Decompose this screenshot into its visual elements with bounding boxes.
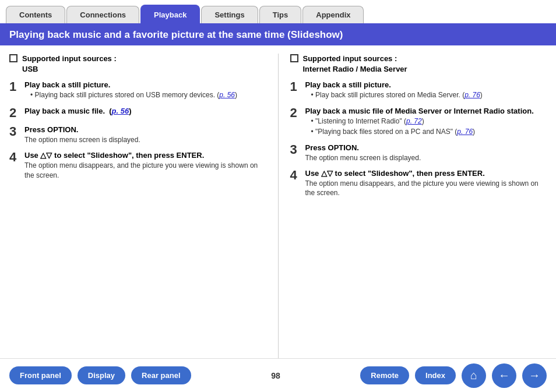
checkbox-icon-left: [9, 54, 17, 62]
right-step-4: 4 Use △▽ to select "Slideshow", then pre…: [290, 169, 547, 199]
left-step-4: 4 Use △▽ to select "Slideshow", then pre…: [9, 151, 266, 181]
right-step-3-number: 3: [290, 143, 301, 156]
left-step-2: 2 Play back a music file. (p. 56): [9, 107, 266, 119]
right-step-3-desc: The option menu screen is displayed.: [305, 153, 547, 163]
tab-appendix[interactable]: Appendix: [302, 6, 364, 23]
left-step-3-content: Press OPTION. The option menu screen is …: [24, 125, 266, 145]
right-step-1-content: Play back a still picture. Play back sti…: [305, 80, 547, 101]
left-step-1-title: Play back a still picture.: [24, 80, 266, 89]
left-step-4-title: Use △▽ to select "Slideshow", then press…: [24, 151, 266, 160]
footer-left: Front panel Display Rear panel: [9, 366, 191, 384]
front-panel-button[interactable]: Front panel: [9, 366, 72, 384]
tab-settings[interactable]: Settings: [201, 6, 258, 23]
right-step-3: 3 Press OPTION. The option menu screen i…: [290, 143, 547, 163]
footer: Front panel Display Rear panel 98 Remote…: [0, 358, 556, 392]
left-step-1: 1 Play back a still picture. Playing bac…: [9, 80, 266, 101]
remote-button[interactable]: Remote: [360, 366, 409, 384]
right-step-4-number: 4: [290, 169, 301, 182]
right-step-1: 1 Play back a still picture. Play back s…: [290, 80, 547, 101]
left-step-2-number: 2: [9, 107, 20, 119]
right-step-3-title: Press OPTION.: [305, 143, 547, 152]
footer-right: Remote Index ⌂ ← →: [360, 363, 547, 388]
right-step-2-content: Play back a music file of Media Server o…: [305, 107, 547, 137]
next-button[interactable]: →: [522, 363, 547, 388]
left-step-3-title: Press OPTION.: [24, 125, 266, 134]
page-title: Playing back music and a favorite pictur…: [0, 23, 556, 45]
left-section-heading: Supported input sources : USB: [9, 54, 266, 75]
right-heading-text: Supported input sources : Internet Radio…: [303, 54, 407, 75]
right-step-1-number: 1: [290, 80, 301, 93]
left-step-3: 3 Press OPTION. The option menu screen i…: [9, 125, 266, 145]
right-step-2: 2 Play back a music file of Media Server…: [290, 107, 547, 137]
back-icon: ←: [498, 369, 510, 382]
left-step-1-content: Play back a still picture. Playing back …: [24, 80, 266, 101]
left-step-3-desc: The option menu screen is displayed.: [24, 135, 266, 145]
left-heading-text: Supported input sources : USB: [22, 54, 117, 75]
left-step-4-desc: The option menu disappears, and the pict…: [24, 161, 266, 181]
checkbox-icon-right: [290, 54, 298, 62]
right-step-1-title: Play back a still picture.: [305, 80, 547, 89]
left-step-2-title: Play back a music file. (p. 56): [24, 107, 266, 115]
display-button[interactable]: Display: [78, 366, 125, 384]
left-step-1-number: 1: [9, 80, 20, 93]
left-step-4-number: 4: [9, 151, 20, 164]
list-item: "Playing back files stored on a PC and N…: [311, 127, 547, 137]
right-step-4-content: Use △▽ to select "Slideshow", then press…: [305, 169, 547, 199]
next-icon: →: [529, 369, 540, 382]
index-button[interactable]: Index: [415, 366, 456, 384]
tab-playback[interactable]: Playback: [140, 5, 200, 23]
tab-contents[interactable]: Contents: [6, 6, 65, 23]
rear-panel-button[interactable]: Rear panel: [131, 366, 191, 384]
left-step-3-number: 3: [9, 125, 20, 138]
right-step-4-desc: The option menu disappears, and the pict…: [305, 179, 547, 199]
left-step-1-bullets: Playing back still pictures stored on US…: [24, 90, 266, 100]
tab-tips[interactable]: Tips: [259, 6, 302, 23]
tab-connections[interactable]: Connections: [66, 6, 139, 23]
tabs-bar: Contents Connections Playback Settings T…: [0, 0, 556, 23]
left-column: Supported input sources : USB 1 Play bac…: [9, 54, 266, 392]
right-column: Supported input sources : Internet Radio…: [290, 54, 547, 392]
home-button[interactable]: ⌂: [462, 363, 486, 388]
content-area: Supported input sources : USB 1 Play bac…: [0, 45, 556, 392]
column-divider: [278, 54, 279, 392]
right-step-1-bullets: Play back still pictures stored on Media…: [305, 90, 547, 100]
right-step-2-bullets: "Listening to Internet Radio" (p. 72) "P…: [305, 116, 547, 137]
home-icon: ⌂: [470, 369, 477, 382]
list-item: Playing back still pictures stored on US…: [30, 90, 266, 100]
right-section-heading: Supported input sources : Internet Radio…: [290, 54, 547, 75]
left-step-2-content: Play back a music file. (p. 56): [24, 107, 266, 116]
back-button[interactable]: ←: [492, 363, 516, 388]
right-step-2-title: Play back a music file of Media Server o…: [305, 107, 547, 115]
page-number: 98: [271, 371, 280, 380]
list-item: "Listening to Internet Radio" (p. 72): [311, 116, 547, 126]
right-step-4-title: Use △▽ to select "Slideshow", then press…: [305, 169, 547, 178]
left-step-4-content: Use △▽ to select "Slideshow", then press…: [24, 151, 266, 181]
list-item: Play back still pictures stored on Media…: [311, 90, 547, 100]
right-step-3-content: Press OPTION. The option menu screen is …: [305, 143, 547, 163]
right-step-2-number: 2: [290, 107, 301, 119]
